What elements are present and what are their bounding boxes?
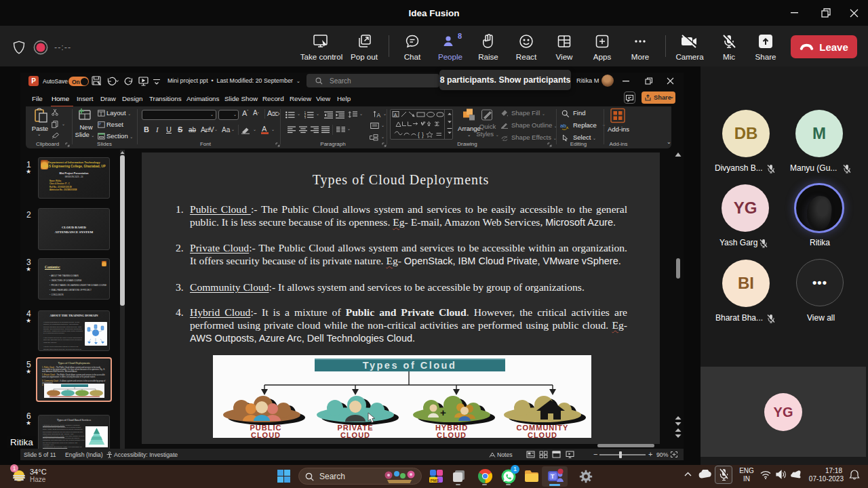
svg-text:T: T bbox=[551, 473, 555, 480]
svg-text:CLOUD: CLOUD bbox=[528, 431, 557, 439]
svg-text:CLOUD: CLOUD bbox=[251, 431, 281, 439]
svg-text:3: 3 bbox=[304, 117, 307, 119]
svg-text:A: A bbox=[394, 113, 397, 117]
svg-text:CLOUD: CLOUD bbox=[437, 431, 467, 439]
svg-text:Types of Cloud: Types of Cloud bbox=[363, 360, 457, 371]
svg-text:ab: ab bbox=[560, 123, 566, 129]
svg-text:PMS: PMS bbox=[431, 479, 439, 483]
svg-text:A: A bbox=[377, 112, 381, 119]
svg-text:CLOUD: CLOUD bbox=[340, 431, 370, 439]
svg-text:}: } bbox=[422, 131, 424, 138]
svg-text:{: { bbox=[418, 131, 420, 138]
svg-text:+: + bbox=[440, 407, 446, 418]
